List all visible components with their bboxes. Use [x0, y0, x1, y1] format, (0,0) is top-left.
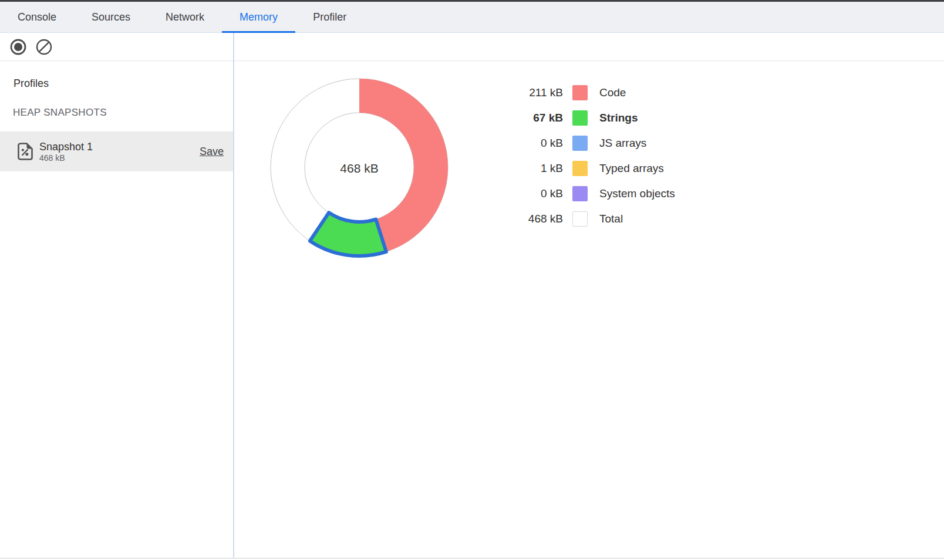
snapshot-title: Snapshot 1 [39, 140, 93, 153]
legend-label: Total [599, 212, 623, 225]
legend-value: 0 kB [481, 137, 563, 150]
legend-row-system-objects[interactable]: 0 kBSystem objects [481, 185, 675, 201]
legend-row-code[interactable]: 211 kBCode [481, 85, 675, 100]
donut-total-label: 468 kB [340, 161, 378, 175]
snapshot-text: Snapshot 1 468 kB [39, 140, 93, 163]
legend-swatch [572, 110, 588, 126]
clear-profiles-button[interactable] [35, 38, 53, 56]
heap-snapshots-section-label: HEAP SNAPSHOTS [13, 107, 233, 119]
tab-memory[interactable]: Memory [222, 2, 295, 32]
legend-label: System objects [599, 187, 675, 200]
record-icon [9, 38, 27, 56]
memory-panel-toolbar: Statistics [0, 33, 944, 61]
devtools-tab-bar: ConsoleSourcesNetworkMemoryProfiler [0, 2, 944, 33]
legend-swatch [572, 211, 588, 227]
profiles-sidebar: Profiles HEAP SNAPSHOTS Snapshot 1 468 k… [0, 61, 233, 560]
legend-label: Typed arrays [599, 162, 664, 175]
legend-value: 0 kB [481, 187, 563, 200]
toolbar-buttons [9, 33, 53, 61]
legend-swatch [572, 186, 588, 201]
legend-label: Code [599, 86, 626, 99]
tab-console[interactable]: Console [0, 2, 74, 32]
legend-swatch [572, 161, 588, 176]
legend-row-typed-arrays[interactable]: 1 kBTyped arrays [481, 160, 675, 176]
legend-row-js-arrays[interactable]: 0 kBJS arrays [481, 135, 675, 151]
legend-label: JS arrays [599, 137, 646, 150]
profiles-heading: Profiles [14, 77, 233, 90]
tab-sources[interactable]: Sources [74, 2, 148, 32]
tab-network[interactable]: Network [148, 2, 222, 32]
chart-legend: 211 kBCode67 kBStrings0 kBJS arrays1 kBT… [481, 85, 675, 236]
legend-value: 1 kB [481, 162, 563, 175]
heap-statistics-donut-chart[interactable]: 468 kB [265, 73, 453, 261]
legend-value: 211 kB [481, 86, 563, 99]
snapshot-size: 468 kB [39, 153, 93, 163]
record-heap-snapshot-button[interactable] [9, 38, 27, 56]
legend-label: Strings [599, 112, 638, 124]
panel-bottom-border [0, 558, 944, 559]
legend-value: 468 kB [481, 212, 563, 225]
clear-icon [35, 38, 53, 56]
save-snapshot-link[interactable]: Save [200, 146, 224, 158]
snapshot-list-item[interactable]: Snapshot 1 468 kB Save [0, 131, 233, 171]
tab-profiler[interactable]: Profiler [295, 2, 364, 32]
legend-row-strings[interactable]: 67 kBStrings [481, 110, 675, 126]
legend-row-total[interactable]: 468 kBTotal [481, 211, 675, 227]
legend-swatch [572, 85, 588, 100]
heap-snapshot-file-icon [18, 143, 33, 160]
legend-value: 67 kB [481, 112, 563, 124]
legend-swatch [572, 136, 588, 151]
